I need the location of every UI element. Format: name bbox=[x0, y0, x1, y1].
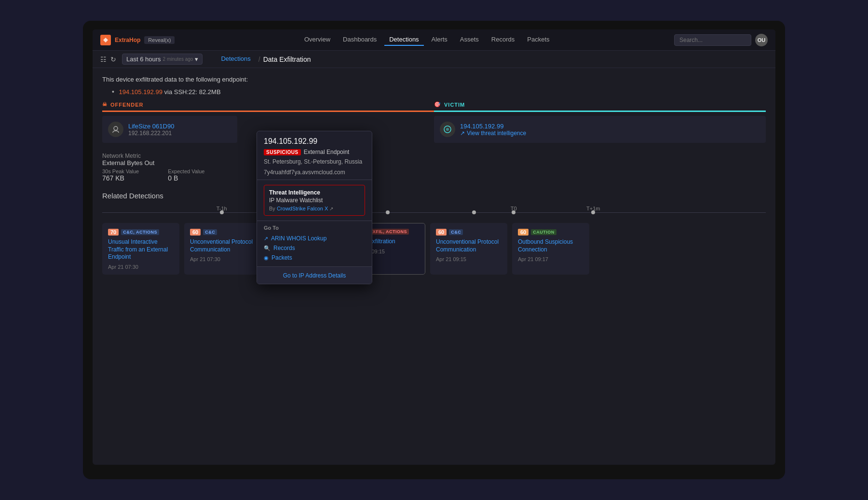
victim-section: 🎯 VICTIM 194.105.192.99 bbox=[434, 101, 766, 143]
metric-peak-value: 767 KB bbox=[102, 174, 139, 182]
detection-card-1[interactable]: 60 C&C Unconventional Protocol Communica… bbox=[184, 223, 261, 275]
score-badge-0: 70 bbox=[108, 229, 119, 236]
victim-header: 🎯 VICTIM bbox=[434, 101, 766, 108]
search-input[interactable] bbox=[674, 34, 751, 46]
packets-label: Packets bbox=[271, 254, 292, 261]
det-title-4[interactable]: Unconventional Protocol Communication bbox=[436, 238, 502, 253]
goto-packets[interactable]: ◉ Packets bbox=[264, 253, 365, 263]
metric-expected-value: 0 B bbox=[168, 174, 204, 182]
ip-popup: 194.105.192.99 SUSPICIOUS External Endpo… bbox=[257, 131, 372, 284]
det-title-5[interactable]: Outbound Suspicious Connection bbox=[518, 238, 583, 253]
time-chevron-icon: ▾ bbox=[195, 56, 198, 63]
det-card-header-1: 60 C&C bbox=[190, 229, 256, 236]
det-title-0[interactable]: Unusual Interactive Traffic from an Exte… bbox=[108, 238, 174, 261]
det-date-4: Apr 21 09:15 bbox=[436, 256, 502, 262]
endpoint-bullet: • 194.105.192.99 via SSH:22: 82.2MB bbox=[112, 88, 766, 96]
tag-badge-4: C&C bbox=[449, 229, 463, 235]
metric-name: External Bytes Out bbox=[102, 159, 766, 167]
detection-summary-text: This device exfiltrated data to the foll… bbox=[102, 76, 766, 83]
offender-device-name[interactable]: LifeSize 061D90 bbox=[128, 123, 174, 130]
detection-sections: ☠ OFFENDER LifeSize 061D90 bbox=[102, 101, 766, 143]
victim-ip[interactable]: 194.105.192.99 bbox=[460, 123, 526, 130]
goto-records[interactable]: 🔍 Records bbox=[264, 243, 365, 253]
timeline-dot-3 bbox=[386, 210, 390, 214]
arin-whois-label: ARIN WHOIS Lookup bbox=[271, 235, 326, 242]
svg-point-0 bbox=[114, 126, 118, 130]
det-title-1[interactable]: Unconventional Protocol Communication bbox=[190, 238, 256, 253]
det-card-header-4: 60 C&C bbox=[436, 229, 502, 236]
logo-area: ExtraHop Reveal(x) bbox=[100, 35, 175, 45]
det-date-5: Apr 21 09:17 bbox=[518, 256, 583, 262]
endpoint-ssh-info: via SSH:22: 82.2MB bbox=[164, 88, 221, 96]
detection-card-5[interactable]: 60 CAUTION Outbound Suspicious Connectio… bbox=[512, 223, 589, 275]
threat-item: IP Malware Watchlist bbox=[269, 197, 360, 204]
time-range-picker[interactable]: Last 6 hours 2 minutes ago ▾ bbox=[122, 54, 203, 65]
suspicious-badge: SUSPICIOUS bbox=[264, 149, 301, 155]
sub-nav-icons: ☷ ↻ bbox=[100, 56, 116, 63]
timeline-dot-1 bbox=[220, 210, 224, 214]
breadcrumb-separator: / bbox=[258, 56, 260, 63]
skull-icon: ☠ bbox=[102, 101, 108, 108]
nav-grid-icon[interactable]: ☷ bbox=[100, 56, 107, 63]
breadcrumb: Detections / Data Exfiltration bbox=[216, 53, 311, 65]
popup-endpoint-type: External Endpoint bbox=[304, 149, 350, 155]
tag-badge-5: CAUTION bbox=[531, 229, 556, 235]
device-icon bbox=[108, 122, 123, 137]
metric-peak-label: 30s Peak Value bbox=[102, 168, 139, 174]
victim-bar bbox=[434, 111, 766, 112]
user-avatar[interactable]: OU bbox=[755, 34, 768, 46]
nav-alerts[interactable]: Alerts bbox=[427, 34, 452, 46]
det-date-0: Apr 21 07:30 bbox=[108, 264, 174, 270]
goto-arin-whois[interactable]: ↗ ARIN WHOIS Lookup bbox=[264, 234, 365, 243]
timeline-dot-6 bbox=[591, 210, 595, 214]
det-card-header-0: 70 C&C, ACTIONS bbox=[108, 229, 174, 236]
time-ago-label: 2 minutes ago bbox=[163, 56, 193, 62]
nav-detections[interactable]: Detections bbox=[384, 34, 423, 46]
detection-card-0[interactable]: 70 C&C, ACTIONS Unusual Interactive Traf… bbox=[102, 223, 179, 275]
nav-dashboards[interactable]: Dashboards bbox=[338, 34, 381, 46]
victim-info: 194.105.192.99 ↗ View threat intelligenc… bbox=[460, 123, 526, 137]
popup-badge-row: SUSPICIOUS External Endpoint bbox=[257, 148, 372, 157]
svg-point-2 bbox=[446, 128, 449, 131]
tag-badge-3: EXFIL, ACTIONS bbox=[367, 229, 409, 235]
score-badge-5: 60 bbox=[518, 229, 529, 236]
search-area: OU bbox=[674, 34, 768, 46]
metric-expected-col: Expected Value 0 B bbox=[168, 168, 204, 182]
popup-ip-address: 194.105.192.99 bbox=[257, 131, 372, 148]
metric-columns: 30s Peak Value 767 KB Expected Value 0 B bbox=[102, 168, 766, 182]
timeline-line bbox=[102, 212, 766, 213]
victim-label: VICTIM bbox=[444, 102, 465, 108]
timeline-dot-5 bbox=[512, 210, 515, 214]
nav-overview[interactable]: Overview bbox=[299, 34, 335, 46]
nav-packets[interactable]: Packets bbox=[522, 34, 554, 46]
detection-card-4[interactable]: 60 C&C Unconventional Protocol Communica… bbox=[430, 223, 507, 275]
goto-ip-details-button[interactable]: Go to IP Address Details bbox=[257, 266, 372, 284]
timeline-dot-4 bbox=[472, 210, 476, 214]
product-badge: Reveal(x) bbox=[144, 36, 175, 44]
breadcrumb-current: Data Exfiltration bbox=[263, 56, 311, 63]
nav-records[interactable]: Records bbox=[487, 34, 519, 46]
goto-section: Go To ↗ ARIN WHOIS Lookup 🔍 Records ◉ Pa… bbox=[257, 221, 372, 266]
offender-header: ☠ OFFENDER bbox=[102, 101, 434, 108]
det-date-1: Apr 21 07:30 bbox=[190, 256, 256, 262]
endpoint-ip[interactable]: 194.105.192.99 bbox=[119, 88, 163, 96]
threat-source-link[interactable]: CrowdStrike Falcon X bbox=[277, 206, 328, 211]
refresh-icon[interactable]: ↻ bbox=[110, 56, 116, 63]
view-threat-intelligence-link[interactable]: ↗ View threat intelligence bbox=[460, 130, 526, 137]
extrahop-logo-icon bbox=[100, 35, 111, 45]
det-card-header-5: 60 CAUTION bbox=[518, 229, 583, 236]
related-detections-title: Related Detections bbox=[102, 192, 766, 200]
offender-device-info: LifeSize 061D90 192.168.222.201 bbox=[128, 123, 174, 137]
tag-badge-1: C&C bbox=[203, 229, 217, 235]
threat-title: Threat Intelligence bbox=[269, 189, 360, 196]
nav-assets[interactable]: Assets bbox=[455, 34, 484, 46]
arin-link-icon: ↗ bbox=[264, 236, 268, 242]
breadcrumb-parent[interactable]: Detections bbox=[216, 53, 255, 65]
threat-by-label: By CrowdStrike Falcon X ↗ bbox=[269, 206, 360, 211]
threat-link-icon: ↗ bbox=[460, 130, 465, 137]
threat-intelligence-box: Threat Intelligence IP Malware Watchlist… bbox=[264, 185, 365, 216]
network-metric-section: Network Metric External Bytes Out 30s Pe… bbox=[102, 153, 766, 182]
goto-label: Go To bbox=[264, 225, 365, 231]
victim-ip-icon bbox=[440, 122, 455, 137]
offender-device-ip: 192.168.222.201 bbox=[128, 130, 174, 137]
